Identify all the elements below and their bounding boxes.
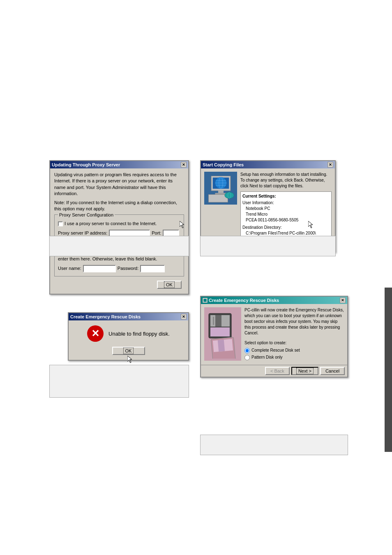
rescue-dialog-content: PC-cillin will now create the Emergency …	[244, 307, 344, 362]
proxy-description2: Note: If you connect to the Internet usi…	[54, 200, 184, 212]
proxy-dialog-body: Updating virus pattern or program files …	[50, 168, 188, 294]
rescue-back-label: < Back	[270, 368, 284, 373]
rescue-select-label: Select option to create:	[244, 340, 344, 346]
proxy-password-label: Password:	[118, 265, 138, 272]
rescue-radio-pattern[interactable]	[244, 355, 250, 360]
copy-settings-header: Current Settings:	[242, 193, 330, 199]
computer-illustration	[205, 173, 236, 204]
rescue-radio1-label: Complete Rescue Disk set	[251, 348, 300, 353]
svg-rect-23	[217, 340, 224, 352]
error-dialog-title: Create Emergency Rescue Disks	[70, 314, 141, 319]
rescue-dialog-titlebar: Create Emergency Rescue Disks ✕	[201, 297, 347, 304]
floppy-illustration	[205, 309, 240, 359]
rescue-disks-dialog: Create Emergency Rescue Disks ✕	[200, 296, 348, 378]
rescue-radio2-label: Pattern Disk only	[251, 355, 283, 360]
copy-dialog-titlebar: Start Copying Files ✕	[201, 161, 335, 168]
rescue-back-button[interactable]: < Back	[265, 367, 290, 375]
rescue-description: PC-cillin will now create the Emergency …	[244, 307, 344, 336]
copy-dest-dir-label: Destination Directory:	[242, 225, 330, 230]
caption-box-3	[49, 365, 189, 398]
proxy-username-input[interactable]	[83, 265, 116, 272]
caption-box-1	[49, 236, 189, 256]
rescue-next-label: Next >	[296, 368, 314, 374]
rescue-buttons-row: < Back Next > Cancel	[201, 365, 347, 377]
copy-dialog-body: Setup has enough information to start in…	[201, 168, 335, 240]
svg-rect-15	[203, 299, 207, 302]
error-floppy-dialog: Create Emergency Rescue Disks ✕ ✕ Unable…	[68, 312, 189, 361]
page-background: Updating Through Proxy Server ✕ Updating…	[0, 0, 392, 555]
proxy-username-label: User name:	[58, 265, 81, 272]
proxy-description1: Updating virus pattern or program files …	[54, 172, 184, 197]
proxy-ok-button[interactable]: OK	[157, 281, 182, 289]
caption-box-4	[200, 435, 348, 455]
copy-dialog-content: Setup has enough information to start in…	[240, 172, 332, 237]
copy-user-info-label: User Information:	[242, 200, 330, 206]
proxy-checkbox-row: I use a proxy server to connect to the I…	[58, 221, 180, 227]
svg-rect-20	[213, 317, 214, 325]
rescue-cancel-button[interactable]: Cancel	[320, 367, 345, 375]
proxy-password-input[interactable]	[140, 265, 165, 272]
rescue-dialog-title: Create Emergency Rescue Disks	[209, 298, 279, 303]
copy-settings-box: Current Settings: User Information: Note…	[240, 191, 332, 237]
svg-rect-8	[218, 191, 223, 193]
svg-rect-19	[210, 327, 230, 336]
rescue-next-button[interactable]: Next >	[291, 367, 318, 375]
error-ok-label: OK	[123, 348, 134, 354]
copy-company: Trend Micro	[246, 212, 330, 217]
copy-serial: PCEA 0011-0856-9680-5505	[246, 217, 330, 223]
error-content-row: ✕ Unable to find floppy disk.	[87, 325, 170, 342]
proxy-dialog-titlebar: Updating Through Proxy Server ✕	[50, 161, 188, 168]
proxy-checkbox-label: I use a proxy server to connect to the I…	[65, 221, 157, 227]
rescue-radio-group: Select option to create: Complete Rescue…	[244, 340, 344, 360]
rescue-dialog-body: PC-cillin will now create the Emergency …	[201, 304, 347, 365]
rescue-radio-row-1: Complete Rescue Disk set	[244, 348, 344, 353]
rescue-dialog-app-icon	[203, 298, 208, 303]
error-dialog-close-button[interactable]: ✕	[181, 314, 187, 320]
proxy-config-legend: Proxy Server Configuration	[58, 212, 115, 218]
copy-description: Setup has enough information to start in…	[240, 172, 332, 189]
proxy-server-dialog: Updating Through Proxy Server ✕ Updating…	[49, 160, 189, 295]
proxy-ok-label: OK	[164, 281, 175, 288]
copy-dialog-close-button[interactable]: ✕	[327, 162, 333, 168]
copy-dialog-image	[204, 172, 237, 205]
proxy-ok-row: OK	[54, 279, 184, 290]
copy-dialog-title: Start Copying Files	[203, 162, 244, 167]
error-dialog-titlebar: Create Emergency Rescue Disks ✕	[69, 313, 188, 320]
error-message: Unable to find floppy disk.	[108, 331, 170, 337]
proxy-credentials-row: User name: Password:	[58, 265, 180, 272]
rescue-radio-row-2: Pattern Disk only	[244, 355, 344, 360]
svg-rect-18	[215, 315, 221, 327]
rescue-radio-complete[interactable]	[244, 348, 250, 353]
proxy-dialog-close-button[interactable]: ✕	[181, 162, 187, 168]
caption-box-2	[200, 236, 336, 256]
error-ok-button[interactable]: OK	[112, 347, 145, 355]
error-icon: ✕	[87, 325, 104, 342]
copy-dest-dir: C:\Program Files\Trend PC-cillin 2000\	[246, 230, 330, 236]
rescue-dialog-close-button[interactable]: ✕	[340, 297, 346, 303]
svg-point-11	[224, 192, 234, 198]
rescue-dialog-image	[204, 307, 241, 361]
error-dialog-body: ✕ Unable to find floppy disk. OK	[69, 320, 188, 360]
proxy-checkbox[interactable]	[58, 221, 63, 226]
copy-user-name: Notebook PC	[246, 206, 330, 212]
proxy-dialog-title: Updating Through Proxy Server	[52, 162, 120, 167]
right-sidebar-bar	[385, 288, 392, 452]
rescue-cancel-label: Cancel	[325, 368, 339, 373]
